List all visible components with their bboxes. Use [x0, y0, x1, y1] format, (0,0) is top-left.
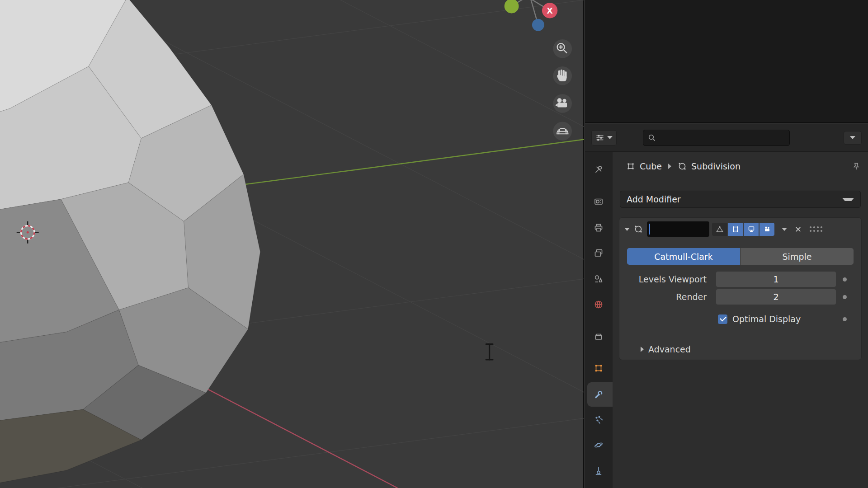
properties-content: Cube Subdivision Add Modifier [613, 152, 868, 488]
orientation-gizmo[interactable]: X [505, 0, 558, 31]
toggle-render[interactable] [760, 223, 774, 236]
secondary-editor-area [585, 0, 868, 123]
properties-editor-icon [595, 133, 604, 142]
viewport-3d[interactable]: X [0, 0, 584, 488]
simple-button[interactable]: Simple [741, 248, 854, 265]
object-properties-icon [594, 363, 604, 373]
render-levels-label: Render [619, 289, 707, 305]
tool-icon [594, 164, 604, 174]
subdivision-modifier-panel: Catmull-Clark Simple Levels Viewport 1 R… [619, 217, 862, 360]
catmull-clark-button[interactable]: Catmull-Clark [627, 248, 740, 265]
wrench-modifiers-icon [594, 389, 604, 399]
constraints-icon [594, 466, 604, 476]
tab-scene[interactable] [590, 270, 608, 288]
breadcrumb-object-name[interactable]: Cube [640, 161, 662, 171]
subdivided-cube-object[interactable] [0, 0, 260, 487]
levels-viewport-field[interactable]: 1 [716, 272, 836, 287]
modifier-extras-menu[interactable] [782, 228, 787, 231]
levels-viewport-row: Levels Viewport 1 [619, 272, 861, 287]
levels-viewport-label: Levels Viewport [619, 272, 707, 287]
tab-tool[interactable] [590, 160, 608, 178]
chevron-down-icon [850, 136, 855, 139]
toggle-on-cage[interactable] [712, 223, 727, 236]
add-modifier-label: Add Modifier [620, 194, 681, 204]
properties-tab-strip [585, 152, 613, 488]
gizmo-y-axis-ball[interactable] [505, 0, 519, 13]
subdivision-type-switch: Catmull-Clark Simple [627, 248, 854, 265]
tab-particles[interactable] [590, 411, 608, 429]
monitor-icon [748, 225, 755, 233]
tab-view-layer[interactable] [590, 244, 608, 262]
gizmo-z-neg-ball[interactable] [532, 19, 544, 31]
chevron-down-icon [607, 136, 613, 139]
editor-type-button[interactable] [591, 130, 617, 145]
chevron-down-icon [842, 198, 854, 201]
optimal-display-label: Optimal Display [732, 314, 801, 324]
cage-icon [716, 225, 723, 233]
modifier-display-toggles [712, 223, 774, 236]
search-input[interactable] [660, 133, 768, 142]
zoom-button[interactable] [553, 39, 572, 58]
render-camera-icon [764, 225, 771, 233]
close-icon[interactable] [795, 226, 802, 233]
particles-icon [594, 415, 604, 425]
optimal-display-row: Optimal Display [718, 314, 801, 324]
render-levels-row: Render 2 [619, 289, 861, 305]
collection-icon [594, 332, 604, 342]
tab-object[interactable] [590, 359, 608, 377]
view-layer-icon [594, 248, 604, 258]
world-properties-icon [594, 300, 604, 310]
output-properties-icon [594, 223, 604, 233]
projection-toggle-button[interactable] [553, 122, 572, 141]
tab-world[interactable] [590, 296, 608, 314]
subdivision-modifier-icon [634, 225, 643, 234]
scene-properties-icon [594, 274, 604, 284]
search-field[interactable] [643, 130, 790, 146]
ibeam-mouse-cursor [486, 344, 493, 360]
properties-header [585, 124, 868, 152]
tab-render[interactable] [590, 192, 608, 211]
filter-dropdown-button[interactable] [844, 131, 862, 145]
decorator-dot[interactable] [843, 277, 847, 282]
pan-button[interactable] [553, 66, 572, 85]
chevron-right-icon [668, 164, 671, 169]
tab-modifiers[interactable] [590, 385, 608, 404]
drag-handle[interactable] [809, 225, 823, 233]
physics-icon [594, 440, 604, 450]
add-modifier-button[interactable]: Add Modifier [620, 191, 861, 208]
search-icon [648, 134, 656, 142]
tab-physics[interactable] [590, 436, 608, 454]
advanced-section-toggle[interactable]: Advanced [641, 343, 691, 356]
modifier-panel-header [619, 218, 861, 240]
tab-collection[interactable] [590, 328, 608, 346]
pin-icon[interactable] [852, 162, 861, 171]
breadcrumb-modifier-name[interactable]: Subdivision [691, 161, 741, 171]
toggle-realtime-display[interactable] [744, 223, 759, 236]
properties-editor: Cube Subdivision Add Modifier [585, 124, 868, 488]
object-icon [626, 162, 635, 171]
decorator-dot[interactable] [843, 317, 847, 321]
viewport-nav-buttons [553, 39, 572, 141]
decorator-dot[interactable] [843, 295, 847, 299]
breadcrumb: Cube Subdivision [626, 157, 861, 175]
tab-constraints[interactable] [590, 462, 608, 480]
edit-mode-icon [732, 225, 739, 233]
advanced-label: Advanced [648, 344, 691, 354]
render-levels-field[interactable]: 2 [716, 289, 836, 305]
gizmo-x-axis-label: X [547, 6, 552, 15]
subdivision-modifier-icon [678, 162, 687, 171]
camera-view-button[interactable] [553, 94, 572, 113]
blender-window: X [0, 0, 868, 488]
optimal-display-checkbox[interactable] [718, 314, 727, 324]
toggle-edit-mode[interactable] [728, 223, 743, 236]
panel-expand-icon[interactable] [624, 228, 630, 231]
render-properties-icon [594, 197, 604, 206]
tab-output[interactable] [590, 219, 608, 237]
modifier-name-input[interactable] [647, 221, 709, 237]
chevron-right-icon [641, 347, 644, 352]
